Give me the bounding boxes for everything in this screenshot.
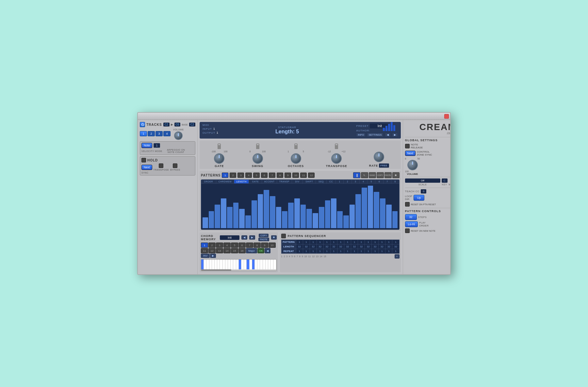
col-7[interactable]: 7 <box>384 180 391 183</box>
chord-btn-3[interactable]: 3 <box>216 243 223 248</box>
ps-l8[interactable]: 32 <box>344 244 351 249</box>
note-mode-btn[interactable]: Note <box>141 143 152 148</box>
col-cc[interactable]: CC <box>327 180 335 183</box>
ps-r1[interactable]: 1 <box>296 249 303 254</box>
reset-ptn-power-btn[interactable] <box>405 202 410 207</box>
ps-r7[interactable]: 1 <box>337 249 344 254</box>
seq-bar-32[interactable] <box>392 211 398 228</box>
ps-l5[interactable]: 32 <box>323 244 330 249</box>
seq-bar-24[interactable] <box>343 215 349 228</box>
ps-r8[interactable]: 1 <box>344 249 351 254</box>
ps-p9[interactable]: 1 <box>351 240 358 244</box>
track-btn-1[interactable]: 1 <box>140 131 147 136</box>
hold-power-btn[interactable] <box>141 158 146 162</box>
seq-bar-7[interactable] <box>239 209 245 228</box>
ps-p4[interactable]: 1 <box>317 240 323 244</box>
col-transp[interactable]: TRANSP <box>277 180 292 183</box>
piano-key-f4[interactable] <box>266 260 268 271</box>
mode-display[interactable]: 0 <box>450 178 451 183</box>
transpose-lock-icon[interactable] <box>335 145 338 149</box>
col-order[interactable]: ORDER <box>201 180 216 183</box>
ps-power-btn[interactable] <box>281 234 286 238</box>
preset-next-btn[interactable]: ▶ <box>392 133 398 137</box>
ps-l11[interactable]: 32 <box>365 244 372 249</box>
chord-btn-2[interactable]: 2 <box>208 243 216 248</box>
col-3[interactable]: 3 <box>352 180 360 183</box>
pattern-btn-9[interactable]: 9 <box>285 173 291 178</box>
chord-btn-5[interactable]: 5 <box>231 243 238 248</box>
piano-key-d3[interactable] <box>241 260 244 271</box>
ps-l9[interactable]: 32 <box>351 244 358 249</box>
piano-key-a4[interactable] <box>271 260 273 271</box>
seq-bar-9[interactable] <box>252 200 257 228</box>
piano-key-g4[interactable] <box>268 260 271 271</box>
ps-r11[interactable]: 1 <box>365 249 372 254</box>
piano-key-b4[interactable] <box>273 260 276 271</box>
swing-knob[interactable] <box>253 153 263 164</box>
loop-dir-btn[interactable]: Up <box>414 195 425 201</box>
piano-scrollbar-thumb[interactable] <box>201 269 231 271</box>
chord-preset-next[interactable]: ▶ <box>249 235 255 240</box>
gate-lock-icon[interactable] <box>218 145 221 149</box>
chord-paste-btn[interactable]: PASTE <box>258 238 269 241</box>
piano-key-c2[interactable] <box>220 260 222 271</box>
seq-bar-20[interactable] <box>319 207 324 228</box>
col-8[interactable]: 8 <box>391 180 399 183</box>
tool-rand-btn[interactable]: RAND <box>369 172 376 178</box>
seq-bar-29[interactable] <box>374 192 379 228</box>
rate-knob[interactable] <box>374 152 384 162</box>
ps-p7[interactable]: 1 <box>337 240 344 244</box>
chord-clear-btn[interactable]: ✱ <box>271 235 277 240</box>
ps-r3[interactable]: 1 <box>310 249 317 254</box>
ps-r4[interactable]: 1 <box>317 249 323 254</box>
volume-knob[interactable] <box>174 131 183 140</box>
ps-l2[interactable]: 32 <box>303 244 310 249</box>
piano-key-a[interactable] <box>215 260 217 271</box>
ps-r13[interactable]: 1 <box>379 249 385 254</box>
ps-l15[interactable]: 32 <box>392 244 399 249</box>
ps-r5[interactable]: 1 <box>323 249 330 254</box>
ps-r9[interactable]: 1 <box>351 249 358 254</box>
piano-scrollbar[interactable] <box>201 269 276 271</box>
pattern-btn-2[interactable]: 2 <box>230 173 236 178</box>
piano-key-d4[interactable] <box>260 260 263 271</box>
piano-key-f[interactable] <box>209 260 212 271</box>
info-btn[interactable]: INFO <box>356 133 366 137</box>
tracks-power-button[interactable] <box>140 122 145 127</box>
track-btn-4[interactable]: 4 <box>163 131 171 136</box>
piano-key-d2[interactable] <box>223 260 225 271</box>
seq-bar-14[interactable] <box>282 211 287 228</box>
ps-l12[interactable]: 32 <box>372 244 379 249</box>
chord-nav-prev[interactable]: ◀ <box>265 248 270 253</box>
piano-key-b3[interactable] <box>255 260 257 271</box>
octaves-lock-icon[interactable] <box>294 145 298 149</box>
piano-key-g[interactable] <box>212 260 215 271</box>
seq-bar-17[interactable] <box>301 205 306 228</box>
col-4[interactable]: 4 <box>360 180 368 183</box>
chord-preset-prev[interactable]: ◀ <box>241 235 247 240</box>
chord-btn-15[interactable]: 15 <box>231 248 238 253</box>
piano-key-a3[interactable] <box>252 260 255 271</box>
col-shift[interactable]: SHIFT <box>303 180 316 183</box>
piano-key-c4[interactable] <box>257 260 260 271</box>
pattern-btn-12[interactable]: 12 <box>308 173 315 178</box>
next-control-btn[interactable]: Next <box>405 151 416 156</box>
ps-l3[interactable]: 32 <box>310 244 317 249</box>
ps-p12[interactable]: 1 <box>372 240 379 244</box>
ps-l6[interactable]: 32 <box>330 244 337 249</box>
ps-l7[interactable]: 32 <box>337 244 344 249</box>
chord-btn-13[interactable]: 13 <box>216 248 223 253</box>
teach-cc-value[interactable]: 0 <box>421 189 426 194</box>
ps-r6[interactable]: 1 <box>330 249 337 254</box>
seq-bar-21[interactable] <box>325 200 331 228</box>
sync-btn[interactable]: Next <box>141 165 152 170</box>
seq-bar-23[interactable] <box>337 211 343 228</box>
pattern-btn-5[interactable]: 5 <box>253 173 260 178</box>
transpose-knob[interactable] <box>331 153 342 164</box>
chord-btn-6[interactable]: 6 <box>238 243 246 248</box>
col-seq[interactable]: SEQ <box>316 180 327 183</box>
col-accent[interactable]: ACCENT <box>262 180 277 183</box>
piano-key-e2[interactable] <box>225 260 228 271</box>
seq-bar-19[interactable] <box>313 213 318 228</box>
seq-bar-3[interactable] <box>215 205 220 228</box>
